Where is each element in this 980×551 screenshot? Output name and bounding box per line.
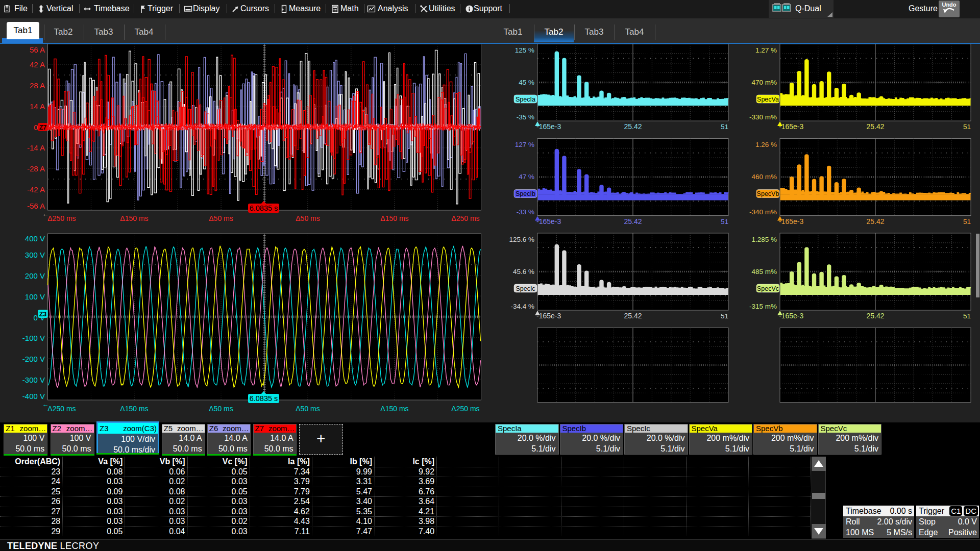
svg-text:Δ150 ms: Δ150 ms bbox=[380, 214, 408, 222]
svg-text:25.42: 25.42 bbox=[624, 122, 642, 131]
svg-text:1.26 %: 1.26 % bbox=[755, 141, 777, 148]
svg-text:51: 51 bbox=[963, 218, 971, 226]
svg-text:25.42: 25.42 bbox=[866, 122, 884, 131]
svg-text:1.27 %: 1.27 % bbox=[755, 46, 777, 54]
svg-text:14 A: 14 A bbox=[30, 102, 45, 111]
svg-text:6.0835 s: 6.0835 s bbox=[250, 394, 278, 403]
svg-text:SpecIb: SpecIb bbox=[516, 190, 535, 197]
svg-text:Δ50 ms: Δ50 ms bbox=[209, 405, 233, 413]
svg-text:200 V: 200 V bbox=[25, 271, 45, 280]
svg-text:SpecIa: SpecIa bbox=[516, 96, 535, 103]
svg-text:Z7: Z7 bbox=[39, 124, 47, 131]
svg-text:Z3: Z3 bbox=[39, 311, 47, 318]
svg-text:-400 V: -400 V bbox=[22, 392, 45, 400]
svg-text:45 %: 45 % bbox=[519, 79, 534, 86]
svg-text:Δ50 ms: Δ50 ms bbox=[296, 405, 320, 413]
svg-text:470 m%: 470 m% bbox=[751, 79, 777, 86]
svg-text:-165e-3: -165e-3 bbox=[536, 217, 561, 226]
svg-text:47 %: 47 % bbox=[519, 173, 534, 181]
svg-text:125 %: 125 % bbox=[515, 46, 534, 54]
svg-text:25.42: 25.42 bbox=[866, 312, 884, 320]
svg-text:←: ← bbox=[42, 400, 49, 408]
svg-text:25.42: 25.42 bbox=[624, 217, 642, 226]
svg-text:Δ50 ms: Δ50 ms bbox=[296, 214, 320, 222]
svg-text:6.0835 s: 6.0835 s bbox=[250, 204, 278, 212]
svg-text:51: 51 bbox=[963, 123, 971, 131]
svg-text:-165e-3: -165e-3 bbox=[779, 312, 803, 320]
svg-text:SpecVc: SpecVc bbox=[757, 285, 779, 292]
svg-text:-35 %: -35 % bbox=[517, 113, 534, 121]
svg-text:25.42: 25.42 bbox=[624, 312, 642, 320]
svg-text:-33 %: -33 % bbox=[517, 208, 534, 216]
svg-text:-34.4 %: -34.4 % bbox=[510, 303, 534, 310]
svg-text:Δ50 ms: Δ50 ms bbox=[209, 214, 233, 222]
svg-text:Δ250 ms: Δ250 ms bbox=[47, 405, 76, 413]
svg-text:-300 V: -300 V bbox=[22, 375, 45, 384]
svg-text:Δ150 ms: Δ150 ms bbox=[120, 405, 148, 413]
svg-text:-315 m%: -315 m% bbox=[749, 303, 777, 310]
svg-text:SpecVb: SpecVb bbox=[757, 190, 779, 197]
svg-text:-14 A: -14 A bbox=[27, 143, 45, 152]
svg-text:Δ250 ms: Δ250 ms bbox=[451, 214, 479, 222]
svg-text:51: 51 bbox=[721, 218, 728, 226]
svg-text:51: 51 bbox=[721, 312, 728, 320]
svg-text:-330 m%: -330 m% bbox=[749, 113, 777, 121]
svg-text:Δ250 ms: Δ250 ms bbox=[47, 214, 76, 222]
svg-text:1.285 %: 1.285 % bbox=[751, 236, 777, 243]
svg-text:Δ250 ms: Δ250 ms bbox=[451, 405, 479, 413]
svg-text:125.6 %: 125.6 % bbox=[509, 236, 534, 243]
svg-text:56 A: 56 A bbox=[30, 45, 45, 54]
svg-text:-200 V: -200 V bbox=[22, 355, 45, 363]
svg-text:-165e-3: -165e-3 bbox=[536, 312, 561, 320]
svg-text:300 V: 300 V bbox=[25, 251, 45, 259]
svg-text:Δ150 ms: Δ150 ms bbox=[120, 214, 148, 222]
svg-text:SpecIc: SpecIc bbox=[516, 285, 535, 292]
svg-text:-340 m%: -340 m% bbox=[749, 208, 777, 216]
svg-text:←: ← bbox=[42, 210, 49, 218]
svg-text:SpecVa: SpecVa bbox=[757, 96, 779, 103]
svg-text:485 m%: 485 m% bbox=[751, 268, 777, 276]
svg-text:-165e-3: -165e-3 bbox=[536, 122, 561, 131]
svg-text:42 A: 42 A bbox=[30, 60, 45, 69]
svg-text:400 V: 400 V bbox=[25, 234, 45, 243]
svg-text:460 m%: 460 m% bbox=[751, 173, 777, 181]
svg-text:100 V: 100 V bbox=[25, 292, 45, 301]
svg-text:45.6 %: 45.6 % bbox=[513, 268, 534, 276]
svg-text:-56 A: -56 A bbox=[27, 202, 45, 210]
svg-text:28 A: 28 A bbox=[30, 81, 45, 90]
svg-text:-100 V: -100 V bbox=[22, 334, 45, 342]
svg-text:-42 A: -42 A bbox=[27, 185, 45, 194]
svg-text:-28 A: -28 A bbox=[27, 164, 45, 173]
svg-text:51: 51 bbox=[963, 312, 971, 320]
svg-text:127 %: 127 % bbox=[515, 141, 534, 148]
svg-text:Δ150 ms: Δ150 ms bbox=[380, 405, 408, 413]
svg-text:-165e-3: -165e-3 bbox=[779, 217, 803, 226]
svg-text:25.42: 25.42 bbox=[866, 217, 884, 226]
svg-text:-165e-3: -165e-3 bbox=[779, 122, 803, 131]
svg-text:51: 51 bbox=[721, 123, 728, 131]
